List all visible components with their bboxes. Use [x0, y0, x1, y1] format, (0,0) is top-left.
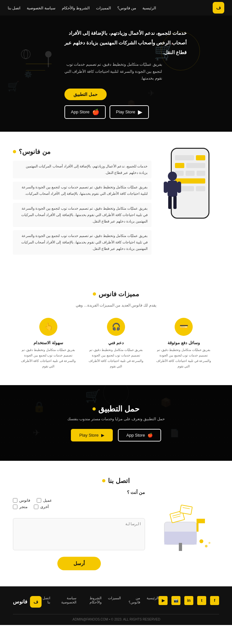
nav-link[interactable]: الشروط والأحكام — [62, 6, 90, 10]
feature-icon-wrap: 💳 — [174, 317, 193, 336]
footer-links: الرئيسيةمن فانوس؟المميزاتالشروط والأحكام… — [42, 596, 159, 604]
svg-point-36 — [208, 542, 210, 544]
footer-link[interactable]: من فانوس؟ — [127, 596, 140, 604]
svg-point-34 — [199, 539, 203, 543]
footer-link[interactable]: الرئيسية — [147, 596, 159, 604]
checkbox-fanoos-label: فانوس — [19, 498, 30, 503]
svg-text:✈: ✈ — [148, 89, 155, 98]
who-section: من فانوس؟ خدمات للجميع، ندعم الأعمال وزي… — [0, 132, 232, 274]
footer-top: ftin📷▶ الرئيسيةمن فانوس؟المميزاتالشروط و… — [13, 596, 219, 608]
svg-point-6 — [21, 50, 30, 59]
android-icon-dl: ▶ — [101, 433, 104, 438]
checkbox-row-2: أخرى متجر — [13, 505, 145, 509]
feature-icon-bg: 🎧 — [107, 318, 125, 336]
features-title-dot — [93, 292, 96, 296]
download-decoration: 🔒 📦 📄 ✈ 🛒 — [0, 385, 232, 461]
who-paragraph: بفريق عمليّات متكامل وتخطيط دقيق، تم تصم… — [13, 203, 151, 227]
checkbox-client: عميل — [37, 498, 52, 503]
download-appstore-button[interactable]: 🍎 App Store — [118, 429, 161, 441]
person-illustration — [161, 170, 184, 219]
feature-desc: بفريق عمليّات متكامل وتخطيط دقيق، تم تصم… — [19, 347, 77, 369]
footer-logo-icon: ف — [30, 596, 42, 608]
hero-subtitle: بفريق عمليّات متكامل وتخطيط دقيق، تم تصم… — [64, 61, 162, 82]
nav-link[interactable]: من فانوس؟ — [117, 6, 136, 10]
nav-logo: ف — [213, 2, 224, 14]
footer-logo: ف فانوس — [13, 596, 42, 608]
download-subtitle: حمل التطبيق وتعرف على مزايا وخدمات مستر … — [26, 417, 206, 421]
submit-button[interactable]: أرسل — [57, 557, 101, 570]
footer: ftin📷▶ الرئيسيةمن فانوس؟المميزاتالشروط و… — [0, 586, 232, 625]
apple-icon: 🍎 — [92, 109, 99, 116]
feature-title: سهولة الاستخدام — [19, 340, 77, 345]
nav-link[interactable]: الرئيسية — [142, 6, 156, 10]
message-textarea[interactable] — [13, 518, 145, 550]
footer-copyright: ADMIN@FANOOS.COM • © 2023. ALL RIGHTS RE… — [13, 614, 219, 621]
contact-form: من أنت ؟ عميل فانوس أ — [13, 490, 145, 570]
feature-icon-wrap: 👆 — [39, 317, 58, 336]
svg-point-7 — [24, 50, 28, 59]
checkbox-other-label: أخرى — [40, 505, 49, 509]
hero-store-buttons: 🍎 App Store ▶ Play Store — [64, 105, 149, 119]
feature-icon: 👆 — [44, 323, 53, 331]
download-playstore-button[interactable]: ▶ Play Store — [71, 429, 113, 441]
instagram-social-icon[interactable]: 📷 — [171, 596, 180, 605]
feature-card: 🎧 دعم فني بفريق عمليّات متكامل وتخطيط دق… — [87, 317, 145, 369]
linkedin-social-icon[interactable]: in — [184, 596, 193, 605]
contact-grid: من أنت ؟ عميل فانوس أ — [13, 490, 219, 570]
who-image — [161, 148, 219, 219]
checkbox-other: أخرى — [34, 505, 49, 509]
mailbox-illustration — [155, 490, 219, 554]
who-are-you-label: من أنت ؟ — [13, 490, 145, 495]
feature-card: 💳 وسائل دفع موثوقة بفريق عمليّات متكامل … — [155, 317, 213, 369]
svg-point-12 — [168, 172, 177, 181]
contact-title: اتصل بنا — [13, 477, 219, 485]
contact-section: اتصل بنا — [0, 461, 232, 586]
checkbox-store-input[interactable] — [13, 505, 17, 509]
who-text: خدمات للجميع، ندعم الأعمال وزيادتهم، بال… — [13, 161, 151, 255]
footer-link[interactable]: المميزات — [108, 596, 121, 604]
feature-title: دعم فني — [87, 340, 145, 345]
svg-rect-14 — [164, 182, 168, 193]
contact-image — [155, 490, 219, 555]
android-icon: ▶ — [138, 109, 142, 116]
who-paragraph: خدمات للجميع، ندعم الأعمال وزيادتهم، بال… — [13, 161, 151, 179]
features-title: مميزات فانوس — [13, 290, 219, 298]
feature-title: وسائل دفع موثوقة — [155, 340, 213, 345]
nav-link[interactable]: اتصل بنا — [8, 6, 20, 10]
hero-cta-button[interactable]: حمل التطبيق — [64, 89, 107, 100]
checkbox-client-input[interactable] — [37, 498, 41, 503]
footer-link[interactable]: سياسة الخصوصية — [57, 596, 76, 604]
who-are-you: من أنت ؟ عميل فانوس أ — [13, 490, 145, 509]
youtube-social-icon[interactable]: ▶ — [159, 596, 168, 605]
footer-link[interactable]: الشروط والأحكام — [83, 596, 102, 604]
nav-link[interactable]: سياسة الخصوصية — [27, 6, 55, 10]
footer-link[interactable]: اتصل بنا — [42, 596, 50, 604]
svg-point-4 — [45, 51, 52, 57]
footer-social: ftin📷▶ — [159, 596, 219, 605]
who-paragraph: بفريق عمليّات متكامل وتخطيط دقيق، تم تصم… — [13, 182, 151, 200]
facebook-social-icon[interactable]: f — [210, 596, 219, 605]
checkbox-other-input[interactable] — [34, 505, 38, 509]
hero-playstore-button[interactable]: ▶ Play Store — [110, 105, 149, 119]
footer-brand-name: فانوس — [13, 599, 27, 605]
download-title-dot — [92, 407, 96, 411]
title-dot — [13, 150, 16, 153]
svg-point-22 — [103, 385, 129, 405]
checkbox-row-1: عميل فانوس — [13, 498, 145, 503]
download-title: حمل التطبيق — [26, 404, 206, 413]
feature-icon-bg: 👆 — [39, 318, 57, 336]
checkbox-group: عميل فانوس أخرى — [13, 498, 145, 509]
nav-link[interactable]: المميزات — [96, 6, 111, 10]
svg-rect-28 — [198, 519, 205, 523]
checkbox-fanoos-input[interactable] — [13, 498, 17, 503]
feature-icon-bg: 💳 — [175, 318, 193, 336]
svg-text:🛒: 🛒 — [85, 388, 101, 403]
who-content: من فانوس؟ خدمات للجميع، ندعم الأعمال وزي… — [13, 148, 151, 258]
svg-text:🛒: 🛒 — [7, 80, 20, 92]
feature-desc: بفريق عمليّات متكامل وتخطيط دقيق، تم تصم… — [155, 347, 213, 369]
twitter-social-icon[interactable]: t — [197, 596, 206, 605]
svg-rect-32 — [180, 505, 192, 515]
hero-title: خدمات للجميع، ندعم الأعمال وزيادتهم، بال… — [64, 28, 187, 57]
checkbox-store-label: متجر — [19, 505, 27, 509]
hero-appstore-button[interactable]: 🍎 App Store — [64, 105, 106, 119]
